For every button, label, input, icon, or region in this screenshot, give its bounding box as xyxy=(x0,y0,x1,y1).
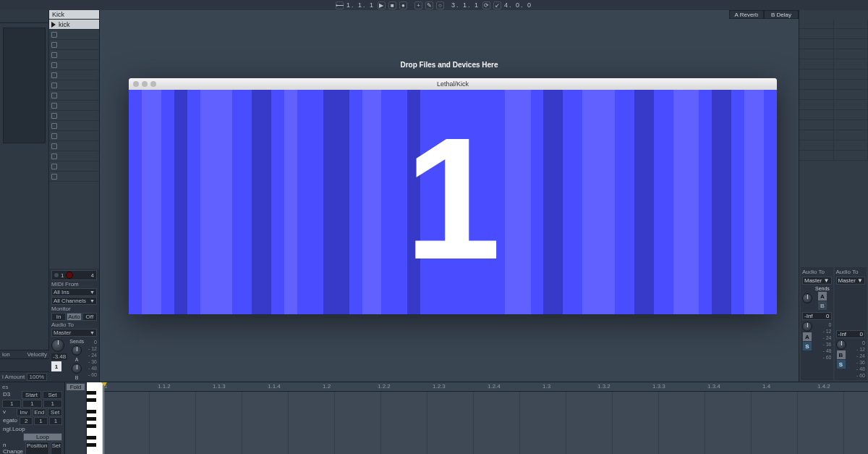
plugin-window[interactable]: Lethal/Kick 1 xyxy=(129,78,777,314)
clip-slot[interactable] xyxy=(49,60,99,70)
send-a-knob[interactable] xyxy=(72,345,82,356)
return-a-solo[interactable]: S xyxy=(803,342,812,350)
set-button[interactable]: Set xyxy=(43,391,62,399)
record-icon[interactable]: ● xyxy=(399,1,407,9)
value-box[interactable]: 1 xyxy=(43,400,62,408)
transport-back-icon[interactable]: ⟵ xyxy=(336,1,344,9)
clip-slot[interactable] xyxy=(49,50,99,60)
monitor-in[interactable]: In xyxy=(51,313,66,321)
return-a-strip: Audio To Master▼ Sends A B -Inf0 A S xyxy=(801,267,833,380)
clip-slot[interactable] xyxy=(49,151,99,161)
clip-slot-2[interactable] xyxy=(49,30,99,40)
scene-counter: 1 4 xyxy=(51,270,97,280)
clip-slot[interactable] xyxy=(49,121,99,131)
clip-slot[interactable] xyxy=(49,70,99,80)
set-button[interactable]: Set xyxy=(48,408,62,416)
playhead-marker[interactable] xyxy=(103,382,104,454)
midi-ruler[interactable]: 1 1.1.2 1.1.3 1.1.4 1.2 1.2.2 1.2.3 1.2.… xyxy=(103,382,868,392)
return-b-header[interactable]: B Delay xyxy=(764,10,799,19)
end-label: End xyxy=(33,408,47,416)
return-b-solo[interactable]: S xyxy=(837,360,846,369)
piano-roll-keys[interactable] xyxy=(87,382,103,454)
value-box[interactable]: 1 xyxy=(34,417,47,425)
stop-icon[interactable]: ■ xyxy=(388,1,396,9)
clip-slot[interactable] xyxy=(49,40,99,50)
clip-properties: es D3StartSet 111 vInvEndSet egato211 ng… xyxy=(0,382,65,454)
value-box[interactable]: 2 xyxy=(20,417,33,425)
song-position-1[interactable]: 1. 1. 1 xyxy=(346,1,375,9)
plugin-title: Lethal/Kick xyxy=(437,80,469,88)
metronome-icon[interactable]: ○ xyxy=(436,1,444,9)
play-icon[interactable]: ▶ xyxy=(378,1,386,9)
fold-button[interactable]: Fold xyxy=(67,384,85,390)
clip-slot[interactable] xyxy=(49,111,99,121)
browser-preview xyxy=(3,28,46,143)
audio-to-dest[interactable]: Master▼ xyxy=(51,329,97,337)
volume-db[interactable]: -3.48 xyxy=(51,353,67,360)
punch-icon[interactable]: ↙ xyxy=(493,1,501,9)
loop-icon[interactable]: ⟳ xyxy=(482,1,490,9)
set-button[interactable]: Set xyxy=(51,442,63,454)
clip-slot[interactable] xyxy=(49,161,99,172)
monitor-auto[interactable]: Auto xyxy=(67,313,81,321)
clip-name: kick xyxy=(59,21,70,28)
return-b-volume[interactable]: -Inf0 xyxy=(836,330,866,338)
return-a-pan-knob[interactable] xyxy=(802,293,812,303)
velocity-ion-label: ion xyxy=(2,351,10,358)
track-activator[interactable]: 1 xyxy=(51,361,61,371)
loop-start[interactable]: 3. 1. 1 xyxy=(451,1,480,9)
pan-knob[interactable] xyxy=(51,339,64,352)
loop-toggle[interactable]: Loop xyxy=(23,433,62,441)
draw-pencil-icon[interactable]: ✎ xyxy=(425,1,433,9)
clip-play-icon[interactable] xyxy=(51,22,56,28)
value-box[interactable]: 1 xyxy=(2,400,21,408)
chevron-down-icon: ▼ xyxy=(857,277,863,284)
send-b-label: B xyxy=(75,375,79,380)
overdub-plus-icon[interactable]: + xyxy=(414,1,422,9)
clip-slot[interactable] xyxy=(49,80,99,91)
track-io-block: 1 4 MIDI From All Ins▼ All Channels▼ Mon… xyxy=(49,269,99,382)
return-a-header[interactable]: A Reverb xyxy=(729,10,764,19)
return-b-cue-knob[interactable] xyxy=(836,340,846,350)
audio-to-label: Audio To xyxy=(836,269,866,275)
send-a-indicator[interactable]: A xyxy=(818,292,827,300)
window-traffic-lights[interactable] xyxy=(133,81,156,87)
return-a-volume[interactable]: -Inf0 xyxy=(802,312,832,320)
track-title[interactable]: Kick xyxy=(49,10,99,20)
chevron-down-icon: ▼ xyxy=(90,298,95,303)
monitor-off[interactable]: Off xyxy=(82,313,97,321)
arm-button[interactable] xyxy=(66,272,73,279)
return-tracks-panel: Audio To Master▼ Sends A B -Inf0 A S xyxy=(799,10,868,382)
sends-label: Sends xyxy=(815,286,830,291)
value-box[interactable]: 1 xyxy=(22,400,41,408)
clip-slot[interactable] xyxy=(49,131,99,141)
clip-slot[interactable] xyxy=(49,91,99,101)
plugin-titlebar[interactable]: Lethal/Kick xyxy=(129,78,777,90)
browser-panel xyxy=(0,10,49,382)
clip-slot-1[interactable]: kick xyxy=(49,20,99,30)
fold-column: Fold xyxy=(65,382,87,454)
midi-note-grid[interactable] xyxy=(103,392,868,454)
clip-slot[interactable] xyxy=(49,141,99,151)
midi-from-src[interactable]: All Ins▼ xyxy=(51,288,97,296)
position-label: Position xyxy=(25,442,48,454)
return-a-cue-knob[interactable] xyxy=(802,321,812,332)
midi-timeline[interactable]: 1 1.1.2 1.1.3 1.1.4 1.2 1.2.2 1.2.3 1.2.… xyxy=(103,382,868,454)
value-box[interactable]: 1 xyxy=(49,417,62,425)
drop-hint: Drop Files and Devices Here xyxy=(100,61,799,69)
vel-amount-value[interactable]: 100% xyxy=(27,373,47,381)
chevron-down-icon: ▼ xyxy=(824,277,830,284)
return-meter-scale: 0- 12 - 24- 36 - 48- 60 xyxy=(815,321,832,361)
clip-slot[interactable] xyxy=(49,172,99,182)
return-b-activator[interactable]: B xyxy=(837,350,846,359)
return-b-dest[interactable]: Master▼ xyxy=(836,277,866,285)
midi-from-channel[interactable]: All Channels▼ xyxy=(51,297,97,305)
inv-button[interactable]: Inv xyxy=(17,408,31,416)
return-a-dest[interactable]: Master▼ xyxy=(802,277,832,285)
return-b-strip: Audio To Master▼ -Inf0 B S 0- 12 - 24- 3… xyxy=(835,267,867,380)
clip-slot[interactable] xyxy=(49,101,99,111)
send-b-indicator[interactable]: B xyxy=(818,301,827,310)
send-b-knob[interactable] xyxy=(72,363,82,374)
return-a-activator[interactable]: A xyxy=(803,332,812,341)
loop-length[interactable]: 4. 0. 0 xyxy=(504,1,532,9)
